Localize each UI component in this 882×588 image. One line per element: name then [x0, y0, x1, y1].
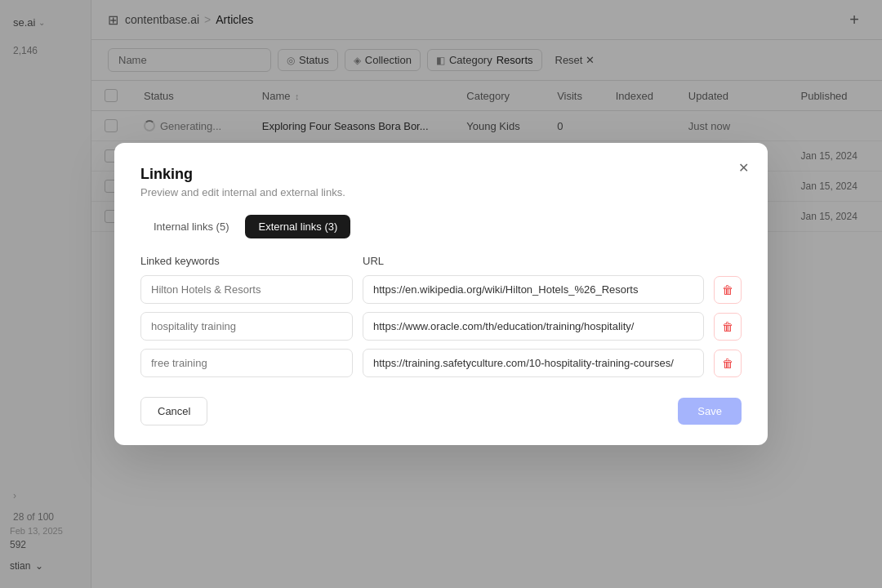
trash-icon: 🗑 — [722, 283, 733, 296]
keyword-input-1[interactable] — [140, 275, 353, 304]
keyword-header: Linked keywords — [140, 255, 353, 267]
url-input-3[interactable] — [363, 349, 704, 377]
delete-link-button-3[interactable]: 🗑 — [714, 350, 742, 377]
linking-modal: ✕ Linking Preview and edit internal and … — [114, 143, 768, 445]
modal-footer: Cancel Save — [140, 397, 742, 425]
url-input-2[interactable] — [363, 312, 704, 341]
trash-icon: 🗑 — [722, 357, 733, 370]
modal-overlay: ✕ Linking Preview and edit internal and … — [0, 0, 882, 588]
modal-subtitle: Preview and edit internal and external l… — [140, 186, 742, 198]
tab-internal-links[interactable]: Internal links (5) — [140, 215, 242, 238]
link-row: 🗑 — [140, 275, 742, 304]
delete-link-button-1[interactable]: 🗑 — [714, 276, 742, 304]
trash-icon: 🗑 — [722, 320, 733, 333]
modal-title: Linking — [140, 166, 742, 183]
url-input-1[interactable] — [363, 275, 704, 304]
save-button[interactable]: Save — [678, 398, 742, 425]
url-header: URL — [363, 255, 384, 267]
tab-external-links[interactable]: External links (3) — [245, 215, 350, 238]
modal-close-button[interactable]: ✕ — [732, 156, 755, 179]
cancel-button[interactable]: Cancel — [140, 397, 207, 425]
keyword-input-3[interactable] — [140, 349, 353, 377]
keyword-input-2[interactable] — [140, 312, 353, 341]
delete-link-button-2[interactable]: 🗑 — [714, 313, 742, 341]
links-header: Linked keywords URL — [140, 255, 742, 267]
link-row: 🗑 — [140, 312, 742, 341]
modal-tabs: Internal links (5) External links (3) — [140, 215, 742, 238]
link-row: 🗑 — [140, 349, 742, 377]
